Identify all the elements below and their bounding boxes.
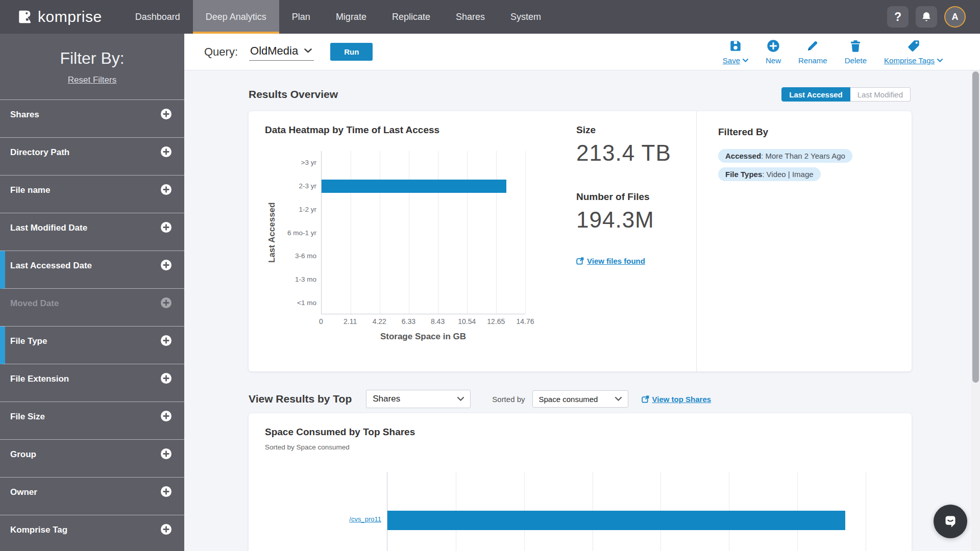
nav-item-system[interactable]: System [498,0,554,34]
gridline [866,472,866,551]
gridline [409,151,409,314]
plus-icon[interactable] [160,486,172,497]
plus-icon[interactable] [160,108,172,120]
avatar[interactable]: A [944,6,966,28]
chat-launcher-button[interactable] [934,505,967,538]
komprise-logo[interactable]: komprise [0,0,122,34]
help-button[interactable]: ? [887,6,909,28]
sidebar-item-last-modified-date[interactable]: Last Modified Date [0,213,184,251]
top-nav: komprise DashboardDeep AnalyticsPlanMigr… [0,0,980,34]
heatmap-x-tick: 12.65 [487,317,505,325]
gridline [525,151,526,314]
sorted-by-label: Sorted by [492,395,525,404]
query-select-value: OldMedia [250,44,298,58]
heatmap-plot-box: 02.114.226.338.4310.5412.6514.76 Storage… [321,151,525,342]
heatmap-chart: Last Accessed >3 yr2-3 yr1-2 yr6 mo-1 yr… [265,151,576,342]
scrollbar-thumb[interactable] [972,71,979,383]
filter-by-title: Filter By: [0,49,184,68]
gridline [467,151,468,314]
filtered-by-section: Filtered By Accessed: More Than 2 Years … [696,111,912,371]
external-link-icon [576,257,584,265]
nav-item-migrate[interactable]: Migrate [323,0,379,34]
nav-item-dashboard[interactable]: Dashboard [122,0,193,34]
nav-item-replicate[interactable]: Replicate [379,0,443,34]
komprise-tags-button[interactable]: Komprise Tags [875,39,951,65]
sidebar-item-owner[interactable]: Owner [0,478,184,515]
plus-icon[interactable] [160,184,172,195]
filter-pills: Accessed: More Than 2 Years AgoFile Type… [718,149,912,181]
tool-label: Rename [798,56,827,65]
tool-label: New [766,56,781,65]
heatmap-y-label: 6 mo-1 yr [279,221,321,244]
sidebar-item-file-type[interactable]: File Type [0,327,184,364]
sidebar-item-file-extension[interactable]: File Extension [0,364,184,402]
sidebar-item-file-size[interactable]: File Size [0,402,184,440]
save-button[interactable]: Save [714,39,757,65]
sidebar-item-label: File name [10,185,50,195]
result-type-select[interactable]: Shares [366,390,471,408]
bell-icon [920,11,933,23]
plus-icon[interactable] [160,410,172,422]
nav-item-shares[interactable]: Shares [443,0,498,34]
toggle-last-modified[interactable]: Last Modified [850,87,911,102]
top-shares-bar--cvs-pro11[interactable] [387,511,845,530]
plus-icon[interactable] [160,221,172,233]
heatmap-x-axis-title: Storage Space in GB [321,332,525,342]
komprise-app: komprise DashboardDeep AnalyticsPlanMigr… [0,0,980,551]
delete-button[interactable]: Delete [836,39,875,65]
run-button[interactable]: Run [330,43,373,61]
sidebar-item-group[interactable]: Group [0,440,184,478]
sidebar-header: Filter By: Reset Filters [0,34,184,100]
heatmap-bar-2-3-yr[interactable] [322,180,506,193]
chevron-down-icon [304,48,312,53]
chevron-down-icon [615,397,622,401]
sidebar-item-label: Last Modified Date [10,223,87,233]
top-shares-subtitle: Sorted by Space consumed [265,443,912,451]
sort-select-value: Space consumed [539,395,598,404]
sidebar-item-last-accessed-date[interactable]: Last Accessed Date [0,251,184,289]
files-label: Number of Files [576,191,696,203]
heatmap-x-ticks: 02.114.226.338.4310.5412.6514.76 [321,317,525,328]
plus-icon[interactable] [160,523,172,535]
view-top-shares-text: View top Shares [652,395,712,404]
size-label: Size [576,124,696,136]
plus-icon[interactable] [160,146,172,158]
view-files-found-link[interactable]: View files found [576,257,645,265]
tool-label: Komprise Tags [884,56,943,65]
toggle-last-accessed[interactable]: Last Accessed [781,87,850,102]
view-top-shares-link[interactable]: View top Shares [642,395,712,404]
main-area: Query: OldMedia Run Save New Rename Dele… [184,34,980,551]
trash-icon [849,39,862,55]
nav-item-plan[interactable]: Plan [279,0,323,34]
plus-icon[interactable] [160,372,172,384]
share-link[interactable]: /cvs_pro11 [349,515,381,523]
plus-icon[interactable] [160,259,172,271]
top-shares-title: Space Consumed by Top Shares [265,427,912,438]
heatmap-x-tick: 14.76 [516,317,534,325]
metrics-section: Size 213.4 TB Number of Files 194.3M Vie… [576,111,696,371]
heatmap-y-labels: >3 yr2-3 yr1-2 yr6 mo-1 yr3-6 mo1-3 mo<1… [279,151,321,314]
gridline [496,151,497,314]
vertical-scrollbar[interactable] [971,70,980,551]
sidebar-item-label: Komprise Tag [10,525,67,535]
filter-sidebar: Filter By: Reset Filters SharesDirectory… [0,34,184,551]
sidebar-item-shares[interactable]: Shares [0,100,184,138]
rename-button[interactable]: Rename [790,39,836,65]
notifications-button[interactable] [916,6,937,28]
filtered-by-title: Filtered By [718,127,912,138]
avatar-letter: A [952,12,959,22]
top-shares-category: /cvs_pro11 [249,515,381,523]
sidebar-item-file-name[interactable]: File name [0,176,184,213]
chevron-down-icon [937,59,943,62]
reset-filters-link[interactable]: Reset Filters [68,75,116,85]
external-link-icon [642,395,649,403]
sort-select[interactable]: Space consumed [532,390,628,408]
query-select[interactable]: OldMedia [249,43,314,61]
new-button[interactable]: New [757,39,790,65]
plus-icon[interactable] [160,448,172,460]
sidebar-item-komprise-tag[interactable]: Komprise Tag [0,515,184,551]
sidebar-item-directory-path[interactable]: Directory Path [0,138,184,176]
plus-icon[interactable] [160,297,172,309]
plus-icon[interactable] [160,335,172,346]
nav-item-deep-analytics[interactable]: Deep Analytics [193,0,279,34]
